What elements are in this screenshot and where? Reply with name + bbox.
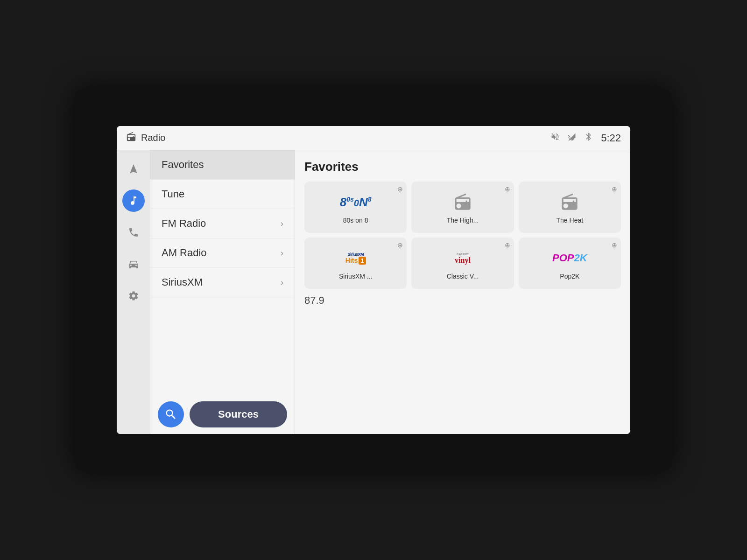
fav-card-high-label: The High... xyxy=(447,217,479,224)
fav-card-the-heat[interactable]: ⊕ The Heat xyxy=(519,182,621,233)
header-right: 5:22 xyxy=(550,132,621,144)
fav-card-80s-on-8[interactable]: ⊕ 80s0N8 80s on 8 xyxy=(304,182,407,233)
nav-item-am-radio-label: AM Radio xyxy=(162,247,207,259)
nav-item-favorites[interactable]: Favorites xyxy=(150,150,295,180)
volume-mute-icon xyxy=(550,132,560,144)
car-frame: Radio 5:22 xyxy=(75,89,672,471)
fav-card-80s-label: 80s on 8 xyxy=(343,217,368,224)
card-logo-heat xyxy=(551,190,588,214)
nav-item-tune-label: Tune xyxy=(162,188,184,200)
nav-items: Favorites Tune FM Radio › AM Radio › Sir xyxy=(150,150,295,395)
nav-item-fm-radio-label: FM Radio xyxy=(162,217,206,230)
sidebar-phone-btn[interactable] xyxy=(122,221,145,244)
sidebar-navigate-btn[interactable] xyxy=(122,158,145,180)
nav-item-siriusxm[interactable]: SiriusXM › xyxy=(150,268,295,297)
page-title: Radio xyxy=(141,133,165,143)
fav-card-heat-label: The Heat xyxy=(557,217,584,224)
header: Radio 5:22 xyxy=(117,126,630,150)
card-logo-classic-vinyl: Classic vinyl xyxy=(444,246,481,270)
card-logo-siriusxm: SiriusXM Hits 1 xyxy=(337,246,374,270)
card-logo-high xyxy=(444,190,481,214)
fav-card-the-high[interactable]: ⊕ The High... xyxy=(411,182,514,233)
fav-card-classic-vinyl-label: Classic V... xyxy=(447,273,479,280)
bluetooth-icon xyxy=(584,132,593,144)
fav-card-siriusxm[interactable]: ⊕ SiriusXM Hits 1 SiriusXM ... xyxy=(304,238,407,289)
card-menu-icon[interactable]: ⊕ xyxy=(397,241,403,249)
frequency-display: 87.9 xyxy=(304,294,621,307)
card-menu-icon[interactable]: ⊕ xyxy=(612,185,617,193)
favorites-panel: Favorites ⊕ 80s0N8 80s on 8 xyxy=(295,150,630,434)
screen: Radio 5:22 xyxy=(117,126,630,434)
sidebar-music-btn[interactable] xyxy=(122,189,145,212)
sidebar-icons xyxy=(117,150,150,434)
card-menu-icon[interactable]: ⊕ xyxy=(505,185,510,193)
card-logo-80s: 80s0N8 xyxy=(337,190,374,214)
nav-item-favorites-label: Favorites xyxy=(162,159,204,171)
card-logo-pop2k: POP2K xyxy=(551,246,588,270)
fav-card-pop2k[interactable]: ⊕ POP2K Pop2K xyxy=(519,238,621,289)
signal-off-icon xyxy=(567,132,577,144)
nav-item-fm-radio[interactable]: FM Radio › xyxy=(150,209,295,238)
chevron-right-icon: › xyxy=(281,248,283,258)
sidebar-car-btn[interactable] xyxy=(122,253,145,275)
sidebar-settings-btn[interactable] xyxy=(122,285,145,307)
fav-card-pop2k-label: Pop2K xyxy=(560,273,579,280)
radio-header-icon xyxy=(126,132,136,144)
fav-card-siriusxm-label: SiriusXM ... xyxy=(339,273,373,280)
search-button[interactable] xyxy=(158,401,184,427)
sources-button[interactable]: Sources xyxy=(190,401,287,427)
main-content: Favorites Tune FM Radio › AM Radio › Sir xyxy=(117,150,630,434)
nav-item-am-radio[interactable]: AM Radio › xyxy=(150,238,295,268)
nav-bottom: Sources xyxy=(150,395,295,434)
clock-display: 5:22 xyxy=(601,132,621,144)
nav-item-siriusxm-label: SiriusXM xyxy=(162,276,203,288)
fav-card-classic-vinyl[interactable]: ⊕ Classic vinyl Classic V... xyxy=(411,238,514,289)
card-menu-icon[interactable]: ⊕ xyxy=(612,241,617,249)
nav-menu: Favorites Tune FM Radio › AM Radio › Sir xyxy=(150,150,295,434)
favorites-title: Favorites xyxy=(304,160,621,174)
card-menu-icon[interactable]: ⊕ xyxy=(397,185,403,193)
chevron-right-icon: › xyxy=(281,219,283,229)
header-left: Radio xyxy=(126,132,165,144)
favorites-grid: ⊕ 80s0N8 80s on 8 ⊕ xyxy=(304,182,621,289)
card-menu-icon[interactable]: ⊕ xyxy=(505,241,510,249)
nav-item-tune[interactable]: Tune xyxy=(150,180,295,209)
chevron-right-icon: › xyxy=(281,278,283,287)
